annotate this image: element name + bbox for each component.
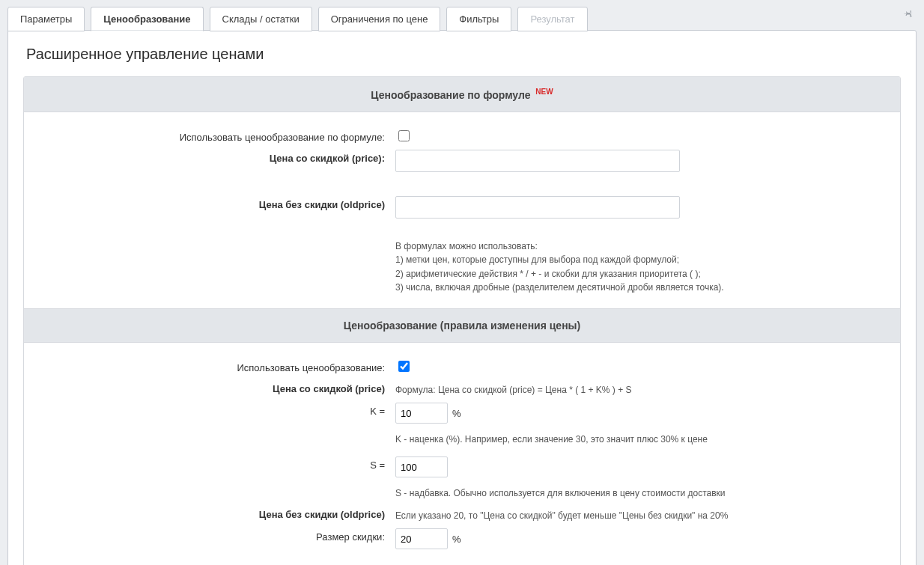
price-rules-label: Цена со скидкой (price): [24, 380, 391, 394]
formula-help-1: 1) метки цен, которые доступны для выбор…: [395, 253, 875, 267]
page-title: Расширенное управление ценами: [26, 46, 901, 63]
k-help: K - наценка (%). Например, если значение…: [395, 430, 900, 446]
main-panel: Расширенное управление ценами Ценообразо…: [7, 30, 917, 565]
oldprice-rules-label: Цена без скидки (oldprice): [24, 506, 391, 520]
pin-icon[interactable]: [900, 6, 917, 31]
settings-box: Ценообразование по формуле NEW Использов…: [23, 76, 901, 565]
tab-pricing[interactable]: Ценообразование: [91, 7, 203, 31]
tabs-bar: Параметры Ценообразование Склады / остат…: [7, 6, 917, 31]
tab-result: Результат: [517, 7, 587, 31]
use-formula-label: Использовать ценообразование по формуле:: [24, 129, 391, 143]
formula-help-3: 3) числа, включая дробные (разделителем …: [395, 281, 875, 295]
tab-filters[interactable]: Фильтры: [446, 7, 511, 31]
k-label: K =: [24, 403, 391, 417]
tab-parameters[interactable]: Параметры: [7, 7, 85, 31]
s-help: S - надбавка. Обычно используется для вк…: [395, 483, 900, 500]
formula-help: В формулах можно использовать: 1) метки …: [395, 239, 875, 295]
discount-suffix: %: [452, 534, 461, 545]
formula-help-2: 2) арифметические действия * / + - и ско…: [395, 267, 875, 281]
price-formula-input[interactable]: [395, 150, 680, 172]
price-rules-formula: Формула: Цена со скидкой (price) = Цена …: [391, 380, 900, 397]
use-pricing-checkbox[interactable]: [398, 361, 410, 372]
s-input[interactable]: [395, 456, 448, 477]
new-badge: NEW: [535, 88, 553, 96]
discount-label: Размер скидки:: [24, 528, 391, 543]
oldprice-formula-input[interactable]: [395, 196, 680, 219]
use-pricing-label: Использовать ценообразование:: [24, 359, 391, 373]
section-rules-header: Ценообразование (правила изменения цены): [24, 308, 900, 343]
formula-help-intro: В формулах можно использовать:: [395, 239, 875, 254]
discount-input[interactable]: [395, 528, 448, 549]
oldprice-formula-label: Цена без скидки (oldprice): [24, 196, 391, 210]
section-formula-title: Ценообразование по формуле: [371, 89, 530, 101]
price-formula-label: Цена со скидкой (price):: [24, 150, 391, 164]
tab-warehouses[interactable]: Склады / остатки: [210, 7, 312, 31]
k-input[interactable]: [395, 403, 448, 424]
tab-price-limits[interactable]: Ограничения по цене: [318, 7, 441, 31]
section-rules-title: Ценообразование (правила изменения цены): [344, 320, 580, 332]
oldprice-rules-help: Если указано 20, то "Цена со скидкой" бу…: [391, 506, 900, 522]
section-formula-header: Ценообразование по формуле NEW: [24, 77, 900, 112]
use-formula-checkbox[interactable]: [398, 130, 410, 141]
k-suffix: %: [452, 408, 461, 419]
s-label: S =: [24, 456, 391, 471]
